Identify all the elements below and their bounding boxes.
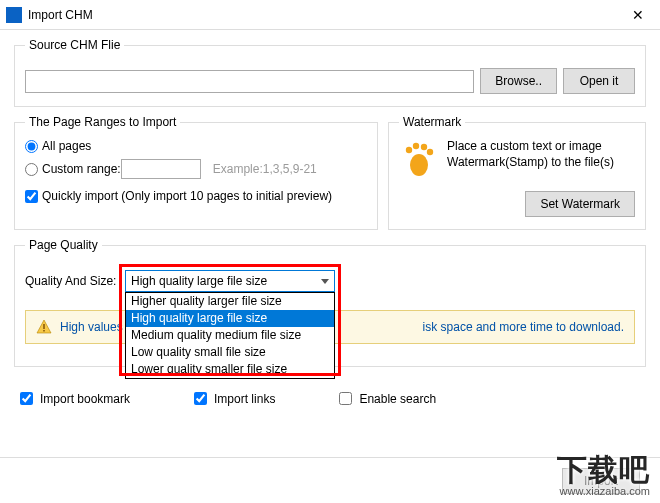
svg-rect-5 [43, 324, 44, 329]
import-links-option[interactable]: Import links [190, 389, 275, 408]
page-ranges-legend: The Page Ranges to Import [25, 115, 180, 129]
close-button[interactable]: ✕ [615, 0, 660, 30]
enable-search-checkbox[interactable] [339, 392, 352, 405]
source-path-input[interactable] [25, 70, 474, 93]
all-pages-radio[interactable] [25, 140, 38, 153]
source-legend: Source CHM Flie [25, 38, 124, 52]
svg-point-4 [427, 149, 433, 155]
title-bar: Import CHM ✕ [0, 0, 660, 30]
notice-text-left: High values p [60, 320, 133, 334]
svg-rect-6 [43, 330, 44, 332]
quality-option[interactable]: Lower quality smaller file size [126, 361, 334, 378]
page-quality-group: Page Quality Quality And Size: High qual… [14, 238, 646, 367]
import-bookmark-label: Import bookmark [40, 392, 130, 406]
browse-button[interactable]: Browse.. [480, 68, 557, 94]
set-watermark-button[interactable]: Set Watermark [525, 191, 635, 217]
import-button[interactable]: Import [562, 468, 640, 494]
svg-point-3 [421, 144, 427, 150]
import-bookmark-option[interactable]: Import bookmark [16, 389, 130, 408]
custom-range-input[interactable] [121, 159, 201, 179]
svg-point-2 [413, 143, 419, 149]
custom-range-label: Custom range: [42, 162, 121, 176]
footer-bar: Import [0, 457, 660, 503]
quality-option[interactable]: Higher quality larger file size [126, 293, 334, 310]
watermark-text: Place a custom text or image Watermark(S… [447, 139, 635, 179]
page-quality-legend: Page Quality [25, 238, 102, 252]
quick-import-label: Quickly import (Only import 10 pages to … [42, 189, 332, 203]
svg-point-1 [406, 147, 412, 153]
quality-select[interactable]: High quality large file size [125, 270, 335, 292]
open-button[interactable]: Open it [563, 68, 635, 94]
page-ranges-group: The Page Ranges to Import All pages Cust… [14, 115, 378, 230]
window-title: Import CHM [28, 8, 615, 22]
source-group: Source CHM Flie Browse.. Open it [14, 38, 646, 107]
quality-option[interactable]: Low quality small file size [126, 344, 334, 361]
quality-and-size-label: Quality And Size: [25, 274, 125, 288]
quality-select-value: High quality large file size [131, 274, 267, 288]
notice-text-right: isk space and more time to download. [423, 320, 624, 334]
quick-import-checkbox[interactable] [25, 190, 38, 203]
quality-dropdown: Higher quality larger file size High qua… [125, 292, 335, 379]
custom-range-radio[interactable] [25, 163, 38, 176]
watermark-group: Watermark Place a custom text or image W… [388, 115, 646, 230]
enable-search-label: Enable search [359, 392, 436, 406]
import-bookmark-checkbox[interactable] [20, 392, 33, 405]
footprint-icon [399, 139, 439, 179]
custom-range-example: Example:1,3,5,9-21 [213, 162, 317, 176]
import-links-label: Import links [214, 392, 275, 406]
quality-option[interactable]: Medium quality medium file size [126, 327, 334, 344]
quality-option[interactable]: High quality large file size [126, 310, 334, 327]
all-pages-label: All pages [42, 139, 91, 153]
warning-icon [36, 319, 52, 335]
svg-point-0 [410, 154, 428, 176]
options-row: Import bookmark Import links Enable sear… [14, 375, 646, 422]
enable-search-option[interactable]: Enable search [335, 389, 436, 408]
watermark-legend: Watermark [399, 115, 465, 129]
app-icon [6, 7, 22, 23]
import-links-checkbox[interactable] [194, 392, 207, 405]
